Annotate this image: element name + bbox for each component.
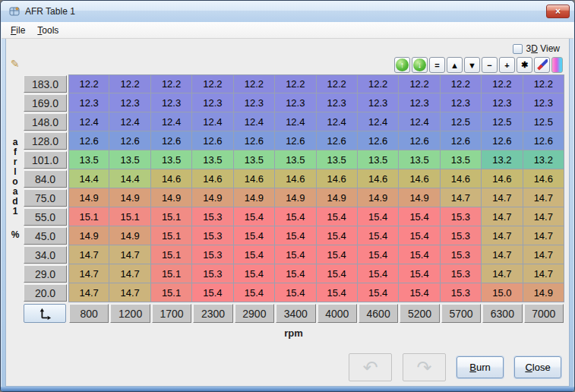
- table-cell[interactable]: 12.3: [399, 93, 440, 112]
- table-cell[interactable]: 13.5: [275, 150, 316, 169]
- column-header[interactable]: 6300: [482, 304, 522, 323]
- row-header[interactable]: 34.0: [24, 246, 67, 264]
- table-cell[interactable]: 13.5: [109, 150, 150, 169]
- table-cell[interactable]: 15.3: [441, 264, 482, 283]
- table-cell[interactable]: 12.4: [68, 112, 109, 131]
- table-cell[interactable]: 12.2: [234, 74, 275, 93]
- table-cell[interactable]: 15.1: [151, 226, 192, 245]
- table-cell[interactable]: 13.2: [523, 150, 564, 169]
- table-cell[interactable]: 12.4: [358, 112, 399, 131]
- table-cell[interactable]: 12.2: [523, 74, 564, 93]
- table-cell[interactable]: 14.7: [523, 245, 564, 264]
- table-cell[interactable]: 14.9: [523, 283, 564, 302]
- row-header[interactable]: 45.0: [24, 227, 67, 245]
- table-cell[interactable]: 12.3: [441, 93, 482, 112]
- row-header[interactable]: 183.0: [24, 75, 67, 93]
- table-cell[interactable]: 14.7: [68, 283, 109, 302]
- table-cell[interactable]: 14.4: [68, 169, 109, 188]
- table-cell[interactable]: 13.5: [317, 150, 358, 169]
- table-cell[interactable]: 14.6: [192, 169, 233, 188]
- column-header[interactable]: 5700: [441, 304, 481, 323]
- table-cell[interactable]: 15.3: [192, 264, 233, 283]
- table-cell[interactable]: 15.4: [192, 283, 233, 302]
- table-cell[interactable]: 14.7: [109, 245, 150, 264]
- increment-up-button[interactable]: ▲: [447, 57, 463, 73]
- table-cell[interactable]: 14.6: [441, 169, 482, 188]
- table-cell[interactable]: 15.4: [358, 207, 399, 226]
- table-cell[interactable]: 15.3: [441, 245, 482, 264]
- table-cell[interactable]: 13.5: [399, 150, 440, 169]
- table-cell[interactable]: 15.0: [482, 283, 523, 302]
- menu-file[interactable]: File: [5, 24, 31, 37]
- table-cell[interactable]: 14.7: [482, 226, 523, 245]
- table-cell[interactable]: 14.6: [399, 169, 440, 188]
- table-cell[interactable]: 14.7: [109, 264, 150, 283]
- table-cell[interactable]: 12.2: [68, 74, 109, 93]
- table-cell[interactable]: 14.7: [482, 264, 523, 283]
- table-cell[interactable]: 14.6: [358, 169, 399, 188]
- column-header[interactable]: 1200: [110, 304, 150, 323]
- table-cell[interactable]: 14.6: [482, 169, 523, 188]
- table-cell[interactable]: 14.9: [192, 188, 233, 207]
- column-header[interactable]: 5200: [400, 304, 439, 323]
- table-cell[interactable]: 12.6: [358, 131, 399, 150]
- table-cell[interactable]: 14.6: [151, 169, 192, 188]
- table-cell[interactable]: 14.9: [68, 226, 109, 245]
- row-header[interactable]: 55.0: [24, 208, 67, 226]
- table-cell[interactable]: 14.7: [523, 207, 564, 226]
- column-header[interactable]: 3400: [276, 304, 315, 323]
- table-cell[interactable]: 14.7: [482, 207, 523, 226]
- table-cell[interactable]: 15.3: [441, 207, 482, 226]
- column-header[interactable]: 4600: [359, 304, 398, 323]
- table-cell[interactable]: 12.4: [234, 112, 275, 131]
- table-cell[interactable]: 14.7: [68, 245, 109, 264]
- table-cell[interactable]: 14.9: [109, 226, 150, 245]
- table-cell[interactable]: 14.7: [441, 188, 482, 207]
- table-cell[interactable]: 12.3: [234, 93, 275, 112]
- table-cell[interactable]: 12.2: [358, 74, 399, 93]
- table-cell[interactable]: 12.3: [317, 93, 358, 112]
- column-header[interactable]: 2900: [235, 304, 274, 323]
- table-cell[interactable]: 15.4: [399, 207, 440, 226]
- table-cell[interactable]: 12.4: [192, 112, 233, 131]
- burn-button[interactable]: Burn: [457, 356, 504, 378]
- column-header[interactable]: 800: [69, 304, 109, 323]
- table-cell[interactable]: 15.3: [192, 245, 233, 264]
- table-cell[interactable]: 15.3: [441, 226, 482, 245]
- table-cell[interactable]: 13.5: [358, 150, 399, 169]
- multiply-button[interactable]: ✱: [517, 57, 532, 73]
- table-cell[interactable]: 15.4: [358, 245, 399, 264]
- table-cell[interactable]: 13.5: [234, 150, 275, 169]
- table-cell[interactable]: 14.7: [523, 188, 564, 207]
- table-cell[interactable]: 15.4: [275, 283, 316, 302]
- table-cell[interactable]: 12.4: [317, 112, 358, 131]
- table-cell[interactable]: 15.3: [192, 207, 233, 226]
- row-header[interactable]: 84.0: [24, 170, 67, 188]
- table-cell[interactable]: 12.6: [399, 131, 440, 150]
- table-cell[interactable]: 15.4: [234, 226, 275, 245]
- column-header[interactable]: 2300: [193, 304, 232, 323]
- table-cell[interactable]: 14.9: [68, 188, 109, 207]
- column-header[interactable]: 1700: [152, 304, 191, 323]
- table-cell[interactable]: 12.2: [151, 74, 192, 93]
- table-cell[interactable]: 12.5: [441, 112, 482, 131]
- row-header[interactable]: 101.0: [24, 151, 67, 169]
- edit-pencil-button[interactable]: [534, 57, 550, 73]
- table-cell[interactable]: 12.6: [109, 131, 150, 150]
- table-cell[interactable]: 12.3: [482, 93, 523, 112]
- table-cell[interactable]: 12.3: [151, 93, 192, 112]
- table-cell[interactable]: 14.9: [317, 188, 358, 207]
- table-cell[interactable]: 15.1: [151, 283, 192, 302]
- table-cell[interactable]: 12.3: [275, 93, 316, 112]
- table-cell[interactable]: 15.4: [399, 226, 440, 245]
- table-cell[interactable]: 15.4: [234, 283, 275, 302]
- table-cell[interactable]: 15.4: [317, 264, 358, 283]
- table-cell[interactable]: 15.4: [275, 245, 316, 264]
- table-cell[interactable]: 15.1: [151, 264, 192, 283]
- table-cell[interactable]: 15.4: [317, 207, 358, 226]
- table-cell[interactable]: 15.1: [151, 245, 192, 264]
- table-cell[interactable]: 14.9: [234, 188, 275, 207]
- table-cell[interactable]: 13.5: [192, 150, 233, 169]
- table-cell[interactable]: 15.3: [441, 283, 482, 302]
- table-cell[interactable]: 12.2: [317, 74, 358, 93]
